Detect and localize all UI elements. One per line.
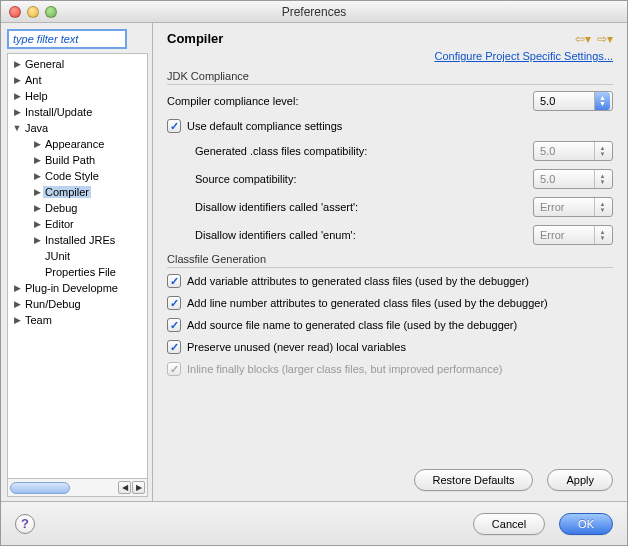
titlebar: Preferences (1, 1, 627, 23)
inline-finally-checkbox: ✓ (167, 362, 181, 376)
gen-class-select: 5.0 ▲▼ (533, 141, 613, 161)
assert-label: Disallow identifiers called 'assert': (195, 201, 358, 213)
enum-label: Disallow identifiers called 'enum': (195, 229, 356, 241)
var-attr-label: Add variable attributes to generated cla… (187, 275, 529, 287)
sidebar: ▶General ▶Ant ▶Help ▶Install/Update ▼Jav… (1, 23, 153, 501)
nav-back-icon[interactable]: ⇦▾ (575, 32, 591, 46)
zoom-icon[interactable] (45, 6, 57, 18)
tree-item-appearance[interactable]: ▶Appearance (8, 136, 147, 152)
stepper-icon: ▲▼ (594, 198, 610, 216)
tree-item-java[interactable]: ▼Java (8, 120, 147, 136)
content-header: Compiler ⇦▾ ⇨▾ (153, 23, 627, 50)
line-num-checkbox[interactable]: ✓ (167, 296, 181, 310)
tree-item-general[interactable]: ▶General (8, 56, 147, 72)
classfile-group-title: Classfile Generation (167, 253, 613, 265)
tree-item-junit[interactable]: JUnit (8, 248, 147, 264)
triangle-down-icon: ▼ (12, 123, 22, 133)
triangle-right-icon: ▶ (12, 59, 22, 69)
inline-finally-label: Inline finally blocks (larger class file… (187, 363, 502, 375)
stepper-icon: ▲▼ (594, 226, 610, 244)
tree-item-install[interactable]: ▶Install/Update (8, 104, 147, 120)
content-pane: Compiler ⇦▾ ⇨▾ Configure Project Specifi… (153, 23, 627, 501)
tree-item-team[interactable]: ▶Team (8, 312, 147, 328)
minimize-icon[interactable] (27, 6, 39, 18)
preserve-unused-checkbox[interactable]: ✓ (167, 340, 181, 354)
restore-defaults-button[interactable]: Restore Defaults (414, 469, 534, 491)
gen-class-label: Generated .class files compatibility: (195, 145, 367, 157)
stepper-icon: ▲▼ (594, 170, 610, 188)
tree-item-editor[interactable]: ▶Editor (8, 216, 147, 232)
horizontal-scrollbar[interactable]: ◀ ▶ (7, 479, 148, 497)
source-select: 5.0 ▲▼ (533, 169, 613, 189)
triangle-right-icon: ▶ (12, 315, 22, 325)
preserve-unused-label: Preserve unused (never read) local varia… (187, 341, 406, 353)
source-label: Source compatibility: (195, 173, 297, 185)
triangle-right-icon: ▶ (32, 187, 42, 197)
cancel-button[interactable]: Cancel (473, 513, 545, 535)
triangle-right-icon: ▶ (32, 155, 42, 165)
triangle-right-icon: ▶ (32, 171, 42, 181)
tree-item-codestyle[interactable]: ▶Code Style (8, 168, 147, 184)
window-title: Preferences (1, 5, 627, 19)
triangle-right-icon: ▶ (12, 91, 22, 101)
tree-item-compiler[interactable]: ▶Compiler (8, 184, 147, 200)
compliance-select[interactable]: 5.0 ▲▼ (533, 91, 613, 111)
help-icon[interactable]: ? (15, 514, 35, 534)
triangle-right-icon: ▶ (32, 219, 42, 229)
tree-view[interactable]: ▶General ▶Ant ▶Help ▶Install/Update ▼Jav… (7, 53, 148, 479)
configure-project-link[interactable]: Configure Project Specific Settings... (434, 50, 613, 62)
scrollbar-thumb[interactable] (10, 482, 70, 494)
source-file-checkbox[interactable]: ✓ (167, 318, 181, 332)
use-default-label: Use default compliance settings (187, 120, 342, 132)
tree-item-ant[interactable]: ▶Ant (8, 72, 147, 88)
scroll-left-icon[interactable]: ◀ (118, 481, 131, 494)
apply-button[interactable]: Apply (547, 469, 613, 491)
dialog-footer: ? Cancel OK (1, 501, 627, 545)
jdk-group-title: JDK Compliance (167, 70, 613, 82)
assert-select: Error ▲▼ (533, 197, 613, 217)
preferences-window: Preferences ▶General ▶Ant ▶Help ▶Install… (0, 0, 628, 546)
nav-forward-icon[interactable]: ⇨▾ (597, 32, 613, 46)
triangle-right-icon: ▶ (12, 299, 22, 309)
page-title: Compiler (167, 31, 223, 46)
triangle-right-icon: ▶ (32, 235, 42, 245)
filter-input[interactable] (7, 29, 127, 49)
window-body: ▶General ▶Ant ▶Help ▶Install/Update ▼Jav… (1, 23, 627, 501)
tree-item-jres[interactable]: ▶Installed JREs (8, 232, 147, 248)
enum-select: Error ▲▼ (533, 225, 613, 245)
triangle-right-icon: ▶ (32, 203, 42, 213)
source-file-label: Add source file name to generated class … (187, 319, 517, 331)
stepper-icon: ▲▼ (594, 142, 610, 160)
ok-button[interactable]: OK (559, 513, 613, 535)
tree-item-props[interactable]: Properties File (8, 264, 147, 280)
line-num-label: Add line number attributes to generated … (187, 297, 548, 309)
scroll-right-icon[interactable]: ▶ (132, 481, 145, 494)
triangle-right-icon: ▶ (32, 139, 42, 149)
tree-item-help[interactable]: ▶Help (8, 88, 147, 104)
triangle-right-icon: ▶ (12, 283, 22, 293)
tree-item-buildpath[interactable]: ▶Build Path (8, 152, 147, 168)
var-attr-checkbox[interactable]: ✓ (167, 274, 181, 288)
stepper-icon: ▲▼ (594, 92, 610, 110)
triangle-right-icon: ▶ (12, 107, 22, 117)
window-controls (9, 6, 57, 18)
tree-item-plugin[interactable]: ▶Plug-in Developme (8, 280, 147, 296)
close-icon[interactable] (9, 6, 21, 18)
tree-item-rundebug[interactable]: ▶Run/Debug (8, 296, 147, 312)
compliance-label: Compiler compliance level: (167, 95, 298, 107)
triangle-right-icon: ▶ (12, 75, 22, 85)
tree-item-debug[interactable]: ▶Debug (8, 200, 147, 216)
use-default-checkbox[interactable]: ✓ (167, 119, 181, 133)
